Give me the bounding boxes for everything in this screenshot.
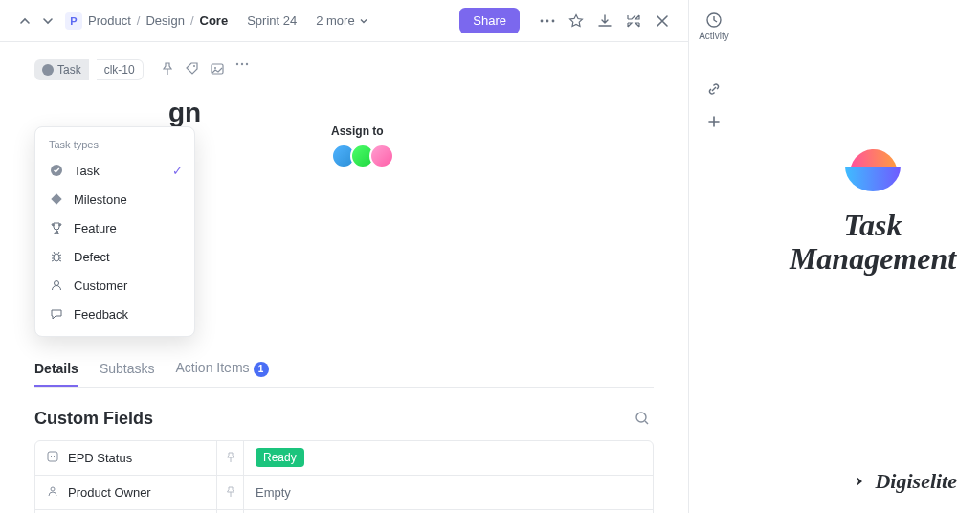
- assign-label: Assign to: [331, 124, 654, 138]
- task-type-option-defect[interactable]: Defect: [35, 242, 194, 271]
- chat-icon: [49, 306, 64, 322]
- brand-logo: Digiselite: [852, 469, 957, 494]
- trophy-icon: [49, 220, 64, 235]
- circle-check-icon: [49, 163, 64, 178]
- status-pill: Ready: [256, 448, 304, 467]
- table-row: Product Owner Empty: [35, 476, 653, 510]
- task-type-chip[interactable]: Task: [34, 59, 89, 80]
- task-type-option-customer[interactable]: Customer: [35, 271, 194, 300]
- breadcrumb-item[interactable]: Design: [145, 13, 184, 28]
- breadcrumb-trailing[interactable]: Sprint 24: [247, 13, 297, 28]
- breadcrumb: P Product / Design / Core Sprint 24 2 mo…: [65, 12, 368, 30]
- activity-icon[interactable]: [705, 11, 723, 29]
- svg-rect-10: [51, 193, 61, 204]
- task-type-option-feedback[interactable]: Feedback: [35, 300, 194, 328]
- wing-icon: [852, 475, 873, 488]
- svg-point-3: [193, 65, 195, 67]
- task-chips: Task clk-10: [34, 59, 654, 80]
- task-id-chip[interactable]: clk-10: [97, 59, 144, 80]
- svg-rect-14: [48, 452, 57, 461]
- svg-point-7: [241, 63, 243, 65]
- collapse-icon[interactable]: [625, 12, 642, 30]
- svg-point-9: [51, 165, 62, 176]
- pin-icon[interactable]: [217, 441, 244, 475]
- breadcrumb-more[interactable]: 2 more: [316, 13, 368, 28]
- promo-title: Task Management: [790, 209, 956, 276]
- svg-point-0: [541, 19, 544, 22]
- dropdown-field-icon: [47, 451, 60, 464]
- table-row: Ready for Dev: [35, 510, 653, 514]
- share-button[interactable]: Share: [459, 8, 520, 33]
- badge: 1: [254, 362, 269, 377]
- download-icon[interactable]: [596, 12, 613, 30]
- svg-point-6: [236, 63, 238, 65]
- image-icon[interactable]: [211, 62, 226, 78]
- pin-icon[interactable]: [217, 510, 244, 514]
- svg-point-12: [55, 281, 59, 286]
- tabs: Details Subtasks Action Items1: [34, 350, 654, 388]
- tab-subtasks[interactable]: Subtasks: [100, 351, 155, 386]
- svg-point-2: [552, 19, 555, 22]
- pin-icon[interactable]: [217, 476, 244, 509]
- breadcrumb-item[interactable]: Product: [88, 13, 131, 28]
- activity-label: Activity: [699, 31, 729, 41]
- assignee-avatars[interactable]: [331, 144, 654, 168]
- task-type-dropdown: Task types Task ✓ Milestone Feature Defe…: [34, 126, 195, 337]
- search-icon[interactable]: [635, 411, 654, 426]
- task-type-option-milestone[interactable]: Milestone: [35, 185, 194, 213]
- promo-block: Task Management: [775, 144, 970, 276]
- custom-fields-table: EPD Status Ready Product Owner Empty: [34, 440, 654, 514]
- person-field-icon: [47, 485, 60, 499]
- task-type-option-feature[interactable]: Feature: [35, 213, 194, 242]
- task-type-option-task[interactable]: Task ✓: [35, 156, 194, 185]
- more-icon[interactable]: [235, 62, 251, 78]
- dropdown-header: Task types: [35, 135, 194, 156]
- nav-up-icon[interactable]: [17, 13, 33, 29]
- svg-point-8: [246, 63, 248, 65]
- table-row: EPD Status Ready: [35, 441, 653, 476]
- clickup-logo-icon: [839, 144, 906, 197]
- star-icon[interactable]: [568, 12, 585, 30]
- project-badge[interactable]: P: [65, 12, 82, 30]
- tab-details[interactable]: Details: [34, 351, 78, 386]
- nav-down-icon[interactable]: [40, 13, 56, 29]
- topbar: P Product / Design / Core Sprint 24 2 mo…: [0, 0, 688, 42]
- breadcrumb-item[interactable]: Core: [200, 13, 229, 28]
- status-dot-icon: [42, 64, 54, 76]
- tab-action-items[interactable]: Action Items1: [176, 350, 269, 387]
- pin-icon[interactable]: [161, 62, 176, 78]
- svg-point-11: [54, 254, 59, 261]
- svg-point-15: [51, 487, 55, 491]
- task-title[interactable]: gn: [34, 98, 201, 128]
- svg-point-13: [636, 413, 646, 422]
- custom-fields-title: Custom Fields: [34, 409, 635, 429]
- more-icon[interactable]: [539, 12, 556, 30]
- tag-icon[interactable]: [186, 62, 201, 78]
- field-value[interactable]: Empty: [244, 485, 653, 500]
- avatar[interactable]: [369, 144, 394, 168]
- link-icon[interactable]: [706, 81, 722, 97]
- check-icon: ✓: [172, 164, 183, 178]
- svg-point-5: [214, 67, 216, 69]
- diamond-icon: [49, 191, 64, 207]
- person-icon: [49, 278, 64, 293]
- add-icon[interactable]: [706, 114, 722, 129]
- svg-point-1: [546, 19, 549, 22]
- close-icon[interactable]: [654, 12, 671, 30]
- bug-icon: [49, 249, 64, 264]
